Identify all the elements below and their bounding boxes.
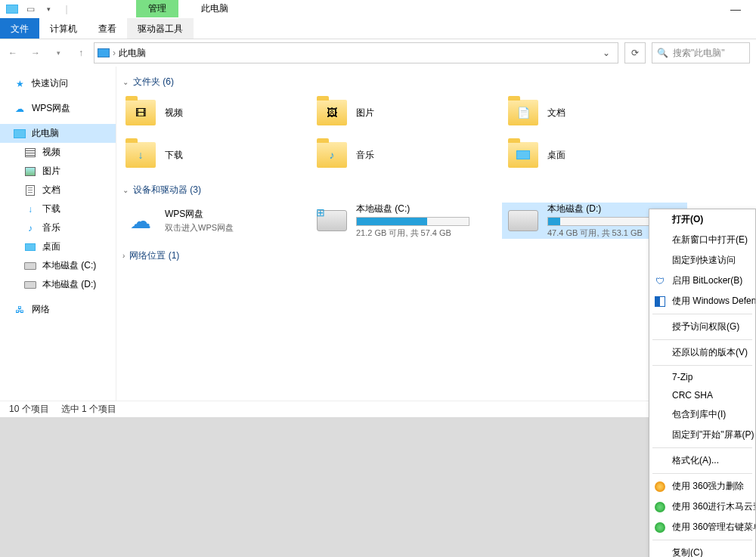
film-icon — [24, 147, 36, 159]
sidebar-item-quick-access[interactable]: ★ 快速访问 — [0, 74, 116, 93]
shield-icon: 🛡 — [654, 275, 666, 287]
network-icon: 🖧 — [14, 304, 26, 316]
menu-open-new-window[interactable]: 在新窗口中打开(E) — [649, 230, 755, 250]
recent-dropdown-icon[interactable]: ▾ — [51, 46, 65, 60]
group-title: 文件夹 (6) — [133, 76, 174, 88]
sidebar-label: 音乐 — [42, 221, 60, 234]
menu-separator — [652, 365, 752, 366]
sidebar-label: 下载 — [42, 203, 60, 215]
address-pc-icon — [98, 48, 110, 57]
usage-bar — [356, 217, 469, 226]
music-icon: ♪ — [24, 222, 36, 234]
group-title: 网络位置 (1) — [129, 249, 179, 262]
menu-copy[interactable]: 复制(C) — [649, 543, 755, 557]
menu-360-force-delete[interactable]: 使用 360强力删除 — [649, 476, 755, 497]
drive-c[interactable]: 本地磁盘 (C:) 21.2 GB 可用, 共 57.4 GB — [311, 203, 496, 239]
tile-label: 视频 — [165, 107, 183, 119]
sidebar-item-drive-d[interactable]: 本地磁盘 (D:) — [0, 275, 116, 294]
drive-wps[interactable]: ☁ WPS网盘 双击进入WPS网盘 — [119, 203, 305, 239]
folder-icon: 🖼 — [317, 97, 347, 128]
menu-separator — [652, 314, 752, 314]
menu-restore-previous[interactable]: 还原以前的版本(V) — [649, 342, 755, 363]
tile-label: 本地磁盘 (C:) — [356, 203, 469, 215]
tab-file[interactable]: 文件 — [0, 18, 39, 39]
quick-access-toolbar: ▭ ▾ | — [0, 3, 73, 15]
breadcrumb-root[interactable]: 此电脑 — [116, 47, 149, 60]
status-item-count: 10 个项目 — [9, 403, 49, 416]
sidebar-label: 网络 — [32, 303, 50, 316]
group-header-folders[interactable]: ⌄ 文件夹 (6) — [119, 73, 753, 94]
tile-label: 文档 — [547, 107, 565, 119]
sidebar-item-pictures[interactable]: 图片 — [0, 162, 116, 181]
qat-item-icon[interactable]: ▭ — [24, 3, 36, 15]
menu-defender[interactable]: 使用 Windows Defen — [649, 291, 755, 311]
tile-label: 本地磁盘 (D:) — [547, 203, 661, 215]
folder-downloads[interactable]: ↓ 下载 — [119, 137, 305, 173]
folder-pictures[interactable]: 🖼 图片 — [311, 94, 496, 131]
address-bar[interactable]: › 此电脑 ⌄ — [94, 42, 618, 63]
sidebar-item-desktop[interactable]: 桌面 — [0, 237, 116, 256]
hdd-icon — [24, 279, 36, 291]
tile-label: 下载 — [165, 149, 183, 162]
context-tab-label: 管理 — [136, 0, 178, 17]
tile-subtitle: 21.2 GB 可用, 共 57.4 GB — [356, 227, 469, 239]
sidebar-item-drive-c[interactable]: 本地磁盘 (C:) — [0, 256, 116, 275]
group-header-drives[interactable]: ⌄ 设备和驱动器 (3) — [119, 181, 753, 203]
qat-dropdown-icon[interactable]: ▾ — [42, 3, 54, 15]
menu-360-trojan-scan[interactable]: 使用 360进行木马云查 — [649, 497, 755, 517]
tab-view[interactable]: 查看 — [88, 18, 127, 39]
cloud-icon: ☁ — [14, 103, 26, 115]
sidebar-item-downloads[interactable]: ↓ 下载 — [0, 200, 116, 218]
refresh-button[interactable]: ⟳ — [624, 42, 646, 63]
minimize-button[interactable]: — — [730, 3, 756, 15]
folder-icon: 🎞 — [125, 97, 156, 128]
menu-separator — [652, 339, 752, 340]
menu-grant-access[interactable]: 授予访问权限(G) — [649, 317, 755, 337]
menu-crc-sha[interactable]: CRC SHA — [649, 386, 755, 404]
up-button[interactable]: ↑ — [74, 46, 88, 60]
menu-360-rclick-manage[interactable]: 使用 360管理右键菜单 — [649, 517, 755, 537]
folder-documents[interactable]: 📄 文档 — [502, 94, 687, 131]
sidebar-item-documents[interactable]: 文档 — [0, 181, 116, 200]
tile-subtitle: 双击进入WPS网盘 — [165, 222, 234, 234]
window-title: 此电脑 — [201, 2, 228, 15]
sidebar-label: 本地磁盘 (C:) — [42, 259, 96, 272]
menu-separator — [652, 473, 752, 474]
sidebar-item-videos[interactable]: 视频 — [0, 143, 116, 162]
menu-pin-quick-access[interactable]: 固定到快速访问 — [649, 250, 755, 271]
star-icon: ★ — [14, 78, 26, 90]
sidebar-item-this-pc[interactable]: 此电脑 — [0, 124, 116, 143]
title-bar: ▭ ▾ | 管理 此电脑 — — [0, 0, 756, 18]
hdd-icon — [317, 206, 347, 236]
desktop-icon — [24, 241, 36, 253]
folder-desktop[interactable]: 桌面 — [502, 137, 687, 173]
folder-music[interactable]: ♪ 音乐 — [311, 137, 496, 173]
sidebar-item-music[interactable]: ♪ 音乐 — [0, 218, 116, 237]
tile-label: 桌面 — [547, 149, 565, 162]
status-bar: 10 个项目 选中 1 个项目 — [0, 401, 756, 417]
back-button[interactable]: ← — [6, 46, 20, 60]
tab-drive-tools[interactable]: 驱动器工具 — [127, 18, 194, 39]
menu-7zip[interactable]: 7-Zip — [649, 368, 755, 386]
folder-icon: ↓ — [125, 140, 156, 170]
menu-bitlocker[interactable]: 🛡启用 BitLocker(B) — [649, 271, 755, 291]
menu-pin-start[interactable]: 固定到"开始"屏幕(P) — [649, 425, 755, 445]
menu-format[interactable]: 格式化(A)... — [649, 450, 755, 471]
status-selection: 选中 1 个项目 — [61, 403, 116, 416]
tab-computer[interactable]: 计算机 — [39, 18, 88, 39]
sidebar-item-network[interactable]: 🖧 网络 — [0, 300, 116, 319]
menu-include-library[interactable]: 包含到库中(I) — [649, 404, 755, 425]
monitor-icon — [14, 128, 26, 140]
sidebar-label: 快速访问 — [32, 77, 68, 90]
forward-button[interactable]: → — [29, 46, 42, 60]
cloud-icon: ☁ — [125, 206, 156, 236]
app-icon — [6, 3, 18, 15]
menu-open[interactable]: 打开(O) — [649, 209, 755, 230]
search-input[interactable]: 🔍 搜索"此电脑" — [652, 42, 750, 63]
address-row: ← → ▾ ↑ › 此电脑 ⌄ ⟳ 🔍 搜索"此电脑" — [0, 39, 756, 67]
folder-videos[interactable]: 🎞 视频 — [119, 94, 305, 131]
hdd-icon — [24, 260, 36, 272]
sidebar-item-wps[interactable]: ☁ WPS网盘 — [0, 99, 116, 118]
address-dropdown-icon[interactable]: ⌄ — [598, 48, 615, 58]
context-menu: 打开(O) 在新窗口中打开(E) 固定到快速访问 🛡启用 BitLocker(B… — [649, 209, 756, 557]
